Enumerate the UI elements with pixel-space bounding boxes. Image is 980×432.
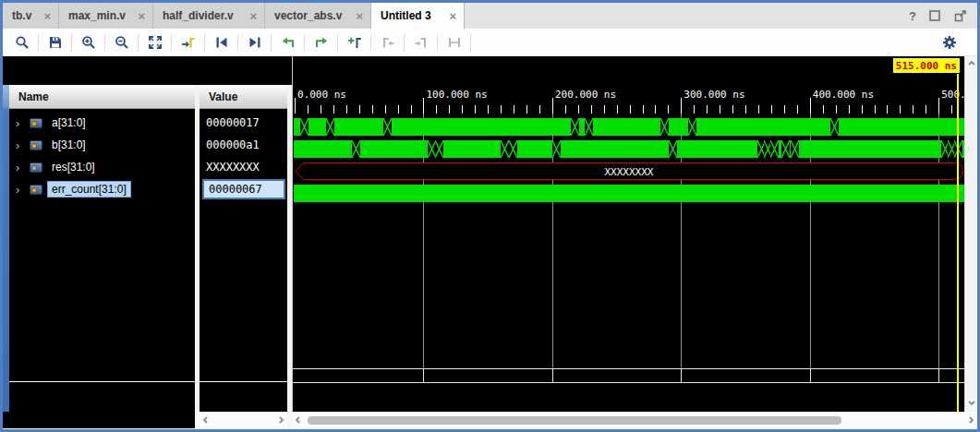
waveform-row-b310[interactable] <box>294 140 964 158</box>
scroll-up-icon[interactable] <box>966 58 977 69</box>
bus-transition <box>352 140 360 158</box>
minor-time-tick <box>565 105 566 114</box>
major-time-tick <box>295 98 296 114</box>
tab-tb-v[interactable]: tb.v× <box>3 3 59 29</box>
toolbar-separator <box>337 34 338 51</box>
undefined-bus-capsule[interactable]: XXXXXXXX <box>294 162 964 180</box>
minor-time-tick <box>321 105 321 114</box>
signal-value-cell[interactable]: XXXXXXXX <box>200 156 287 178</box>
tab-vector-abs-v[interactable]: vector_abs.v× <box>265 3 371 29</box>
hscroll-thumb[interactable] <box>308 416 841 425</box>
minor-time-tick <box>385 105 386 114</box>
signal-value-cell[interactable]: 000000a1 <box>200 134 287 156</box>
signal-name-row[interactable]: ›a[31:0] <box>9 112 195 134</box>
signal-name-row[interactable]: ›res[31:0] <box>9 156 195 178</box>
value-panel-divider-line <box>200 381 287 382</box>
expand-chevron-icon[interactable]: › <box>16 116 30 130</box>
help-button[interactable]: ? <box>909 9 916 23</box>
signal-value-cell[interactable]: 00000067 <box>200 178 287 200</box>
bus-transition <box>326 118 334 136</box>
expand-chevron-icon[interactable]: › <box>16 161 30 174</box>
toolbar-button-zoom-out[interactable] <box>108 31 135 54</box>
minor-time-tick <box>758 105 759 114</box>
scroll-right-icon[interactable] <box>965 414 976 426</box>
tab-close-icon[interactable]: × <box>36 9 51 23</box>
minor-time-tick <box>823 105 824 114</box>
cursor-line[interactable] <box>957 74 959 412</box>
bus-transition <box>660 118 669 136</box>
tab-max-min-v[interactable]: max_min.v× <box>59 3 153 29</box>
toolbar-separator <box>138 34 139 51</box>
name-column-header[interactable]: Name <box>9 85 195 109</box>
signal-value-editbox[interactable]: 00000067 <box>202 179 285 199</box>
waveform-hscrollbar[interactable] <box>292 413 977 427</box>
toolbar-button-zoom-fit[interactable] <box>141 31 168 54</box>
toolbar-button-save-wave-config[interactable] <box>42 31 68 54</box>
tab-close-icon[interactable]: × <box>130 9 145 23</box>
toolbar-button-previous-transition[interactable] <box>274 31 301 54</box>
name-panel-divider-line <box>9 381 195 382</box>
toolbar-button-zoom-in[interactable] <box>75 31 102 54</box>
expand-chevron-icon[interactable]: › <box>16 183 30 197</box>
toolbar-button-go-to-time-0[interactable] <box>208 31 235 54</box>
maximize-button[interactable] <box>927 8 942 23</box>
minor-time-tick <box>836 105 837 114</box>
tab-close-icon[interactable]: × <box>348 9 363 23</box>
toolbar-separator <box>470 34 471 51</box>
minor-time-tick <box>732 105 733 114</box>
expand-chevron-icon[interactable]: › <box>16 138 30 152</box>
toolbar-button-next-marker <box>407 31 434 54</box>
scroll-left-icon[interactable] <box>293 414 304 426</box>
minor-time-tick <box>501 105 502 114</box>
signal-name-label: res[31:0] <box>48 160 99 174</box>
signal-value-cell[interactable]: 00000017 <box>200 112 287 134</box>
toolbar-separator <box>437 34 438 51</box>
toolbar-separator <box>404 34 405 51</box>
toolbar-button-settings[interactable] <box>936 31 962 54</box>
signal-value-text: XXXXXXXX <box>206 161 260 174</box>
toolbar-button-find[interactable] <box>8 31 35 54</box>
scroll-left-icon[interactable] <box>200 414 212 426</box>
minor-time-tick <box>372 105 373 114</box>
bus-icon <box>30 118 42 128</box>
scroll-right-icon[interactable] <box>275 414 286 426</box>
float-button[interactable] <box>953 8 968 23</box>
time-label: 0.000 ns <box>297 89 346 101</box>
tab-close-icon[interactable]: × <box>242 9 257 23</box>
bus-transition <box>383 118 392 136</box>
signal-name-row[interactable]: ›err_count[31:0] <box>9 178 195 200</box>
minor-time-tick <box>655 105 656 114</box>
bus-transition <box>509 140 517 158</box>
minor-time-tick <box>617 105 618 114</box>
minor-time-tick <box>488 105 489 114</box>
toolbar-button-swap-cursors <box>441 31 467 54</box>
toolbar-button-go-to-cursor[interactable] <box>175 31 201 54</box>
value-hscrollbar[interactable] <box>200 413 287 427</box>
bus-transition <box>669 140 677 158</box>
tab-untitled-3[interactable]: Untitled 3× <box>371 3 465 29</box>
tab-label: vector_abs.v <box>274 9 342 22</box>
bus-transition <box>781 140 790 158</box>
value-column-header[interactable]: Value <box>200 85 287 109</box>
minor-time-tick <box>926 105 926 114</box>
signal-name-row[interactable]: ›b[31:0] <box>9 134 195 156</box>
signal-value-text: 000000a1 <box>206 138 260 151</box>
tab-close-icon[interactable]: × <box>442 9 456 23</box>
toolbar-separator <box>304 34 305 51</box>
bus-icon <box>30 162 42 173</box>
scroll-down-icon[interactable] <box>966 397 977 408</box>
waveform-row-a310[interactable] <box>294 118 964 136</box>
name-panel-footer <box>3 412 195 428</box>
toolbar-button-next-transition[interactable] <box>308 31 334 54</box>
tab-half-divider-v[interactable]: half_divider.v× <box>153 3 265 29</box>
minor-time-tick <box>862 105 863 114</box>
left-accent-strip <box>3 85 9 412</box>
signal-name-label: err_count[31:0] <box>48 182 130 197</box>
toolbar-button-add-marker[interactable] <box>341 31 368 54</box>
waveform-canvas[interactable]: 0.000 ns100.000 ns200.000 ns300.000 ns40… <box>292 56 964 412</box>
cursor-time-box: 515.000 ns <box>892 57 961 74</box>
waveform-row-errcount310[interactable] <box>294 185 964 202</box>
vertical-scrollbar[interactable] <box>964 56 977 412</box>
minor-time-tick <box>797 105 798 114</box>
toolbar-button-go-to-last-time[interactable] <box>241 31 268 54</box>
